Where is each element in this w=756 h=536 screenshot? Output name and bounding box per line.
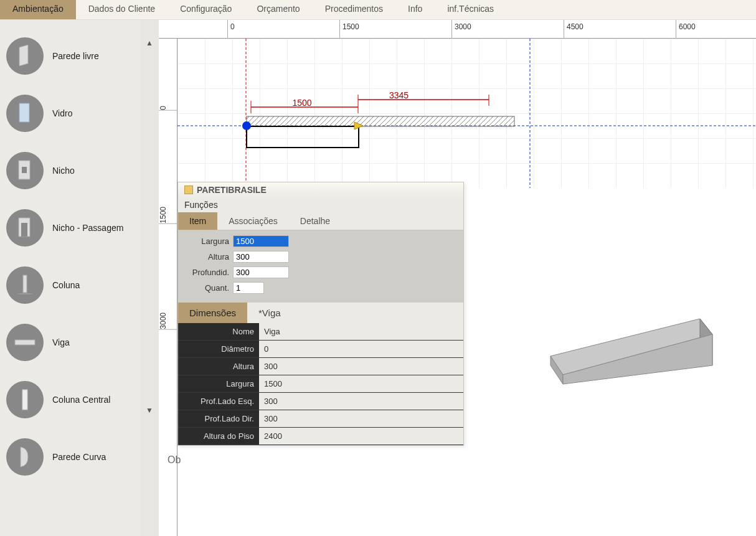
prop-row[interactable]: Altura do Piso 2400 [178, 428, 463, 445]
tab-ambientacao[interactable]: Ambientação [0, 0, 76, 19]
tool-coluna-central[interactable]: Coluna Central [6, 376, 134, 423]
tool-label: Viga [52, 337, 70, 347]
label-largura: Largura [184, 237, 229, 246]
tab-dados-cliente[interactable]: Dados do Cliente [76, 0, 168, 19]
tab-procedimentos[interactable]: Procedimentos [313, 0, 395, 19]
nicho-icon [6, 152, 44, 189]
coluna-central-icon [6, 381, 44, 418]
tab-info[interactable]: Info [395, 0, 435, 19]
panel-menu-funcoes[interactable]: Funções [178, 197, 463, 212]
app-icon [184, 186, 193, 194]
obs-label: Ob [159, 449, 189, 471]
ruler-tick: 4500 [564, 20, 584, 39]
scroll-down-icon[interactable]: ▼ [144, 406, 155, 417]
panel-tab-associacoes[interactable]: Associações [217, 212, 289, 230]
ruler-tick: 3000 [451, 20, 471, 39]
viga-icon [6, 324, 44, 361]
label-altura: Altura [184, 252, 229, 261]
tab-orcamento[interactable]: Orçamento [244, 0, 312, 19]
tool-label: Nicho [52, 166, 75, 176]
panel-tab-detalhe[interactable]: Detalhe [289, 212, 341, 230]
ruler-tick: 1500 [339, 20, 359, 39]
prop-row[interactable]: Largura 1500 [178, 375, 463, 393]
label-quant: Quant. [184, 283, 229, 293]
tool-parede-curva[interactable]: Parede Curva [6, 433, 134, 481]
prop-row[interactable]: Altura 300 [178, 358, 463, 375]
canvas-area[interactable]: ▲ ▼ 0 1500 3000 4500 6000 0 1500 3000 [140, 20, 756, 536]
svg-rect-8 [15, 340, 35, 345]
tab-inf-tecnicas[interactable]: inf.Técnicas [435, 0, 506, 19]
tool-label: Coluna [52, 280, 80, 290]
prop-row[interactable]: Nome Viga [178, 323, 463, 341]
vidro-icon [6, 95, 44, 132]
tool-viga[interactable]: Viga [6, 319, 134, 366]
canvas-grid [177, 39, 756, 188]
svg-rect-5 [21, 223, 27, 237]
tool-vidro[interactable]: Vidro [6, 90, 134, 137]
tool-label: Coluna Central [52, 395, 110, 405]
scrollbar-vertical[interactable]: ▲ ▼ [140, 20, 159, 536]
coluna-icon [6, 266, 44, 304]
nicho-passagem-icon [6, 209, 44, 247]
label-profundid: Profundid. [184, 268, 229, 277]
panel-tab-item[interactable]: Item [178, 212, 217, 230]
prop-row[interactable]: Diâmetro 0 [178, 341, 463, 358]
tool-nicho[interactable]: Nicho [6, 147, 134, 194]
input-largura[interactable] [233, 235, 289, 247]
tool-label: Nicho - Passagem [52, 223, 123, 233]
properties-table: Nome Viga Diâmetro 0 Altura 300 Largura … [178, 323, 463, 445]
ruler-tick: 0 [159, 106, 177, 111]
tool-nicho-passagem[interactable]: Nicho - Passagem [6, 204, 134, 252]
tool-sidebar: Parede livre Vidro Nicho Nicho - Passage… [0, 20, 140, 536]
prop-row[interactable]: Prof.Lado Esq. 300 [178, 393, 463, 410]
tool-coluna[interactable]: Coluna [6, 261, 134, 309]
panel-title-bar[interactable]: PARETIBRASILE [178, 182, 463, 197]
top-tabs: Ambientação Dados do Cliente Configuraçã… [0, 0, 756, 20]
tool-label: Parede Curva [52, 452, 106, 462]
input-profundid[interactable] [233, 266, 289, 278]
form-area: Largura Altura Profundid. Quant. [178, 230, 463, 303]
ruler-tick: 0 [227, 20, 235, 39]
ruler-horizontal: 0 1500 3000 4500 6000 [159, 20, 756, 39]
svg-marker-0 [19, 45, 28, 66]
panel-tabs: Item Associações Detalhe [178, 212, 463, 230]
input-altura[interactable] [233, 251, 289, 263]
tab-configuracao[interactable]: Configuração [168, 0, 244, 19]
parede-livre-icon [6, 37, 44, 75]
svg-rect-6 [23, 275, 27, 293]
input-quant[interactable] [233, 282, 264, 294]
scroll-up-icon[interactable]: ▲ [144, 39, 155, 50]
tool-label: Parede livre [52, 51, 99, 61]
ruler-tick: 1500 [159, 207, 177, 224]
3d-preview[interactable] [526, 281, 744, 406]
sub-tab-viga[interactable]: *Viga [247, 303, 292, 323]
svg-rect-9 [22, 390, 27, 410]
ruler-tick: 3000 [159, 313, 177, 330]
tool-label: Vidro [52, 108, 72, 118]
prop-row[interactable]: Prof.Lado Dir. 300 [178, 410, 463, 428]
tool-parede-livre[interactable]: Parede livre [6, 32, 134, 80]
sub-tabs: Dimensões *Viga [178, 303, 463, 323]
svg-rect-3 [22, 167, 27, 173]
properties-panel[interactable]: PARETIBRASILE Funções Item Associações D… [177, 182, 464, 446]
ruler-tick: 6000 [676, 20, 696, 39]
sub-tab-dimensoes[interactable]: Dimensões [178, 303, 247, 323]
svg-rect-1 [19, 103, 29, 122]
parede-curva-icon [6, 438, 44, 476]
panel-title: PARETIBRASILE [197, 185, 267, 195]
